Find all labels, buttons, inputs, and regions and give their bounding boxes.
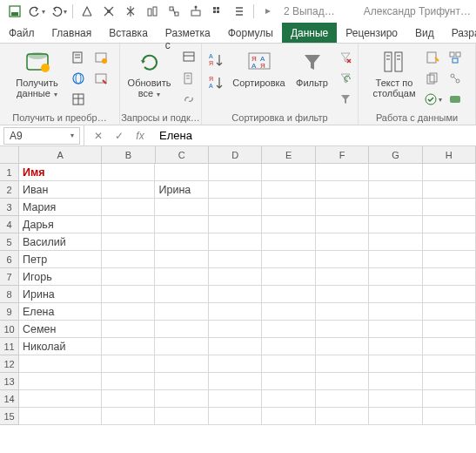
cell[interactable] (209, 286, 262, 303)
tab-главная[interactable]: Главная (44, 23, 101, 43)
column-header[interactable]: B (102, 146, 155, 164)
cell[interactable] (155, 338, 208, 355)
cell[interactable]: Петр (19, 251, 102, 268)
cell[interactable]: Николай (19, 338, 102, 355)
cell[interactable] (423, 355, 476, 373)
redo-button[interactable]: ▾ (49, 2, 68, 21)
cell[interactable] (209, 338, 262, 355)
cell[interactable] (102, 181, 155, 199)
cell[interactable] (102, 286, 155, 303)
tab-разметка с[interactable]: Разметка с (157, 23, 219, 43)
cell[interactable]: Игорь (19, 268, 102, 286)
cell[interactable] (423, 338, 476, 355)
reapply-button[interactable] (336, 69, 355, 88)
cell[interactable] (19, 390, 102, 408)
sort-desc-button[interactable]: ЯА (205, 72, 226, 93)
data-validation-button[interactable]: ▾ (423, 90, 442, 109)
cell[interactable] (102, 199, 155, 216)
properties-button[interactable] (179, 69, 198, 88)
cell[interactable] (262, 216, 315, 233)
cell[interactable] (102, 216, 155, 233)
row-header[interactable]: 4 (0, 216, 19, 233)
cell[interactable] (369, 286, 422, 303)
cell[interactable] (369, 321, 422, 338)
cell[interactable] (155, 303, 208, 321)
column-header[interactable]: F (316, 146, 369, 164)
cell[interactable] (19, 373, 102, 390)
cell[interactable]: Семен (19, 321, 102, 338)
row-header[interactable]: 2 (0, 181, 19, 199)
undo-button[interactable]: ▾ (27, 2, 46, 21)
cell[interactable] (209, 233, 262, 251)
cell[interactable] (155, 321, 208, 338)
cell[interactable] (316, 408, 369, 425)
cell[interactable] (155, 233, 208, 251)
formula-input[interactable] (154, 127, 476, 145)
cell[interactable] (423, 303, 476, 321)
row-header[interactable]: 13 (0, 373, 19, 390)
cell[interactable]: Имя (19, 164, 102, 181)
row-header[interactable]: 8 (0, 286, 19, 303)
cell[interactable] (316, 338, 369, 355)
cell[interactable] (19, 408, 102, 425)
clear-filter-button[interactable] (336, 48, 355, 67)
tab-рецензиро[interactable]: Рецензиро (337, 23, 406, 43)
column-header[interactable]: G (369, 146, 422, 164)
cell[interactable] (102, 355, 155, 373)
from-table-button[interactable] (69, 90, 88, 109)
cell[interactable] (423, 408, 476, 425)
tab-вид[interactable]: Вид (406, 23, 443, 43)
column-header[interactable]: D (209, 146, 262, 164)
cell[interactable]: Дарья (19, 216, 102, 233)
cell[interactable] (102, 303, 155, 321)
cell[interactable] (423, 216, 476, 233)
row-header[interactable]: 10 (0, 321, 19, 338)
cell[interactable] (155, 251, 208, 268)
cell[interactable] (102, 408, 155, 425)
row-header[interactable]: 5 (0, 233, 19, 251)
cell[interactable] (369, 390, 422, 408)
qat-icon-5[interactable] (164, 2, 184, 21)
row-header[interactable]: 12 (0, 355, 19, 373)
cell[interactable] (316, 373, 369, 390)
from-text-button[interactable] (69, 48, 88, 67)
qat-next-button[interactable] (258, 2, 278, 21)
cell[interactable]: Иван (19, 181, 102, 199)
cell[interactable] (369, 216, 422, 233)
qat-icon-8[interactable] (230, 2, 249, 21)
cell[interactable] (209, 181, 262, 199)
cell[interactable] (316, 321, 369, 338)
cell[interactable] (102, 233, 155, 251)
cell[interactable] (209, 303, 262, 321)
name-box[interactable]: A9▾ (3, 127, 80, 145)
cell[interactable] (316, 268, 369, 286)
tab-данные[interactable]: Данные (282, 23, 337, 43)
get-data-button[interactable]: Получить данные ▾ (10, 46, 65, 100)
cell[interactable] (423, 390, 476, 408)
qat-icon-3[interactable] (121, 2, 140, 21)
refresh-all-button[interactable]: Обновить все ▾ (124, 46, 176, 100)
cell[interactable] (102, 321, 155, 338)
qat-icon-6[interactable] (186, 2, 205, 21)
from-web-button[interactable] (69, 69, 88, 88)
cell[interactable] (262, 164, 315, 181)
cell[interactable] (316, 164, 369, 181)
cell[interactable] (102, 251, 155, 268)
relationships-button[interactable] (446, 69, 465, 88)
cell[interactable] (155, 216, 208, 233)
cell[interactable] (209, 216, 262, 233)
cell[interactable] (262, 321, 315, 338)
cell[interactable] (262, 408, 315, 425)
cell[interactable] (155, 390, 208, 408)
cell[interactable] (262, 251, 315, 268)
cell[interactable] (369, 408, 422, 425)
cell[interactable] (102, 390, 155, 408)
cell[interactable] (209, 199, 262, 216)
queries-connections-button[interactable] (179, 48, 198, 67)
cell[interactable] (423, 199, 476, 216)
cell[interactable] (369, 268, 422, 286)
column-header[interactable]: E (262, 146, 315, 164)
consolidate-button[interactable] (446, 48, 465, 67)
cell[interactable] (209, 373, 262, 390)
cell[interactable] (262, 355, 315, 373)
